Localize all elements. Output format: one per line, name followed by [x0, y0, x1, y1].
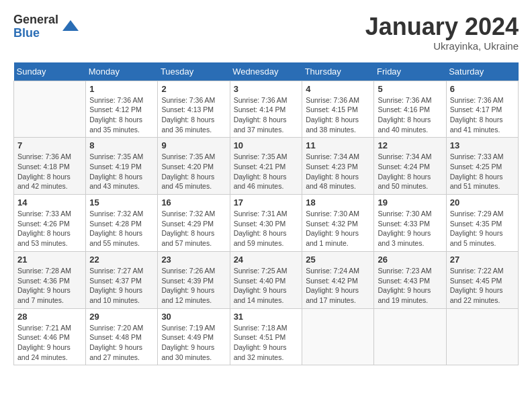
calendar-cell: 23Sunrise: 7:26 AMSunset: 4:39 PMDayligh… — [158, 251, 230, 308]
day-number: 8 — [89, 140, 154, 150]
calendar-cell: 7Sunrise: 7:36 AMSunset: 4:18 PMDaylight… — [14, 138, 86, 195]
calendar-cell: 2Sunrise: 7:36 AMSunset: 4:13 PMDaylight… — [158, 81, 230, 138]
day-detail: Sunrise: 7:27 AMSunset: 4:37 PMDaylight:… — [89, 266, 154, 306]
day-detail: Sunrise: 7:30 AMSunset: 4:33 PMDaylight:… — [378, 209, 442, 248]
day-detail: Sunrise: 7:32 AMSunset: 4:28 PMDaylight:… — [89, 209, 154, 248]
day-number: 16 — [161, 197, 226, 208]
day-number: 12 — [378, 140, 442, 150]
calendar-cell: 31Sunrise: 7:18 AMSunset: 4:51 PMDayligh… — [230, 308, 302, 365]
weekday-header-tuesday: Tuesday — [158, 62, 230, 81]
calendar-cell: 26Sunrise: 7:23 AMSunset: 4:43 PMDayligh… — [374, 251, 446, 308]
location-subtitle: Ukrayinka, Ukraine — [365, 40, 519, 52]
calendar-cell: 29Sunrise: 7:20 AMSunset: 4:48 PMDayligh… — [86, 308, 158, 365]
calendar-cell: 30Sunrise: 7:19 AMSunset: 4:49 PMDayligh… — [158, 308, 230, 365]
weekday-header-wednesday: Wednesday — [230, 62, 302, 81]
day-detail: Sunrise: 7:30 AMSunset: 4:32 PMDaylight:… — [306, 209, 370, 248]
logo-blue: Blue — [13, 27, 58, 40]
calendar-cell: 1Sunrise: 7:36 AMSunset: 4:12 PMDaylight… — [86, 81, 158, 138]
weekday-header-thursday: Thursday — [302, 62, 374, 81]
calendar-cell: 11Sunrise: 7:34 AMSunset: 4:23 PMDayligh… — [302, 138, 374, 195]
calendar-cell: 4Sunrise: 7:36 AMSunset: 4:15 PMDaylight… — [302, 81, 374, 138]
calendar-cell — [374, 308, 446, 365]
month-title: January 2024 — [365, 13, 519, 40]
day-detail: Sunrise: 7:23 AMSunset: 4:43 PMDaylight:… — [378, 266, 442, 306]
day-detail: Sunrise: 7:25 AMSunset: 4:40 PMDaylight:… — [234, 266, 299, 306]
day-detail: Sunrise: 7:19 AMSunset: 4:49 PMDaylight:… — [161, 323, 226, 363]
logo: General Blue — [13, 13, 80, 40]
weekday-header-row: SundayMondayTuesdayWednesdayThursdayFrid… — [14, 62, 519, 81]
svg-marker-0 — [62, 20, 79, 31]
logo-general: General — [13, 13, 58, 27]
calendar-cell: 20Sunrise: 7:29 AMSunset: 4:35 PMDayligh… — [446, 195, 518, 252]
day-number: 13 — [450, 140, 515, 150]
weekday-header-sunday: Sunday — [14, 62, 86, 81]
calendar-cell: 24Sunrise: 7:25 AMSunset: 4:40 PMDayligh… — [230, 251, 302, 308]
calendar-cell: 6Sunrise: 7:36 AMSunset: 4:17 PMDaylight… — [446, 81, 518, 138]
day-detail: Sunrise: 7:31 AMSunset: 4:30 PMDaylight:… — [234, 209, 299, 248]
calendar-cell: 13Sunrise: 7:33 AMSunset: 4:25 PMDayligh… — [446, 138, 518, 195]
day-number: 30 — [161, 312, 226, 322]
calendar-cell: 27Sunrise: 7:22 AMSunset: 4:45 PMDayligh… — [446, 251, 518, 308]
calendar-cell: 25Sunrise: 7:24 AMSunset: 4:42 PMDayligh… — [302, 251, 374, 308]
calendar-cell: 14Sunrise: 7:33 AMSunset: 4:26 PMDayligh… — [14, 195, 86, 252]
calendar-week-row: 1Sunrise: 7:36 AMSunset: 4:12 PMDaylight… — [14, 81, 519, 138]
day-number: 28 — [17, 312, 82, 322]
day-detail: Sunrise: 7:36 AMSunset: 4:12 PMDaylight:… — [89, 95, 154, 135]
day-number: 22 — [89, 255, 154, 265]
day-number: 31 — [234, 312, 299, 322]
calendar-cell: 8Sunrise: 7:35 AMSunset: 4:19 PMDaylight… — [86, 138, 158, 195]
day-detail: Sunrise: 7:22 AMSunset: 4:45 PMDaylight:… — [450, 266, 515, 306]
day-detail: Sunrise: 7:34 AMSunset: 4:24 PMDaylight:… — [378, 152, 442, 191]
page-header: General Blue January 2024 Ukrayinka, Ukr… — [13, 13, 519, 52]
calendar-cell: 21Sunrise: 7:28 AMSunset: 4:36 PMDayligh… — [14, 251, 86, 308]
day-detail: Sunrise: 7:33 AMSunset: 4:26 PMDaylight:… — [17, 209, 82, 248]
day-detail: Sunrise: 7:34 AMSunset: 4:23 PMDaylight:… — [306, 152, 370, 191]
calendar-cell: 22Sunrise: 7:27 AMSunset: 4:37 PMDayligh… — [86, 251, 158, 308]
title-block: January 2024 Ukrayinka, Ukraine — [365, 13, 519, 52]
day-detail: Sunrise: 7:36 AMSunset: 4:14 PMDaylight:… — [234, 95, 299, 135]
weekday-header-saturday: Saturday — [446, 62, 518, 81]
calendar-cell: 19Sunrise: 7:30 AMSunset: 4:33 PMDayligh… — [374, 195, 446, 252]
day-number: 4 — [306, 84, 370, 94]
day-detail: Sunrise: 7:26 AMSunset: 4:39 PMDaylight:… — [161, 266, 226, 306]
calendar-cell: 9Sunrise: 7:35 AMSunset: 4:20 PMDaylight… — [158, 138, 230, 195]
day-detail: Sunrise: 7:35 AMSunset: 4:19 PMDaylight:… — [89, 152, 154, 191]
calendar-cell: 3Sunrise: 7:36 AMSunset: 4:14 PMDaylight… — [230, 81, 302, 138]
day-number: 21 — [17, 255, 82, 265]
calendar-week-row: 21Sunrise: 7:28 AMSunset: 4:36 PMDayligh… — [14, 251, 519, 308]
calendar-table: SundayMondayTuesdayWednesdayThursdayFrid… — [13, 62, 519, 366]
day-number: 20 — [450, 197, 515, 208]
calendar-cell: 16Sunrise: 7:32 AMSunset: 4:29 PMDayligh… — [158, 195, 230, 252]
day-number: 25 — [306, 255, 370, 265]
day-detail: Sunrise: 7:29 AMSunset: 4:35 PMDaylight:… — [450, 209, 515, 248]
day-detail: Sunrise: 7:32 AMSunset: 4:29 PMDaylight:… — [161, 209, 226, 248]
day-number: 18 — [306, 197, 370, 208]
day-detail: Sunrise: 7:36 AMSunset: 4:17 PMDaylight:… — [450, 95, 515, 135]
calendar-cell: 5Sunrise: 7:36 AMSunset: 4:16 PMDaylight… — [374, 81, 446, 138]
calendar-cell: 18Sunrise: 7:30 AMSunset: 4:32 PMDayligh… — [302, 195, 374, 252]
calendar-cell: 17Sunrise: 7:31 AMSunset: 4:30 PMDayligh… — [230, 195, 302, 252]
calendar-cell — [14, 81, 86, 138]
day-number: 29 — [89, 312, 154, 322]
day-number: 19 — [378, 197, 442, 208]
day-detail: Sunrise: 7:36 AMSunset: 4:15 PMDaylight:… — [306, 95, 370, 135]
calendar-cell: 12Sunrise: 7:34 AMSunset: 4:24 PMDayligh… — [374, 138, 446, 195]
logo-icon — [61, 17, 80, 36]
day-number: 24 — [234, 255, 299, 265]
day-detail: Sunrise: 7:36 AMSunset: 4:13 PMDaylight:… — [161, 95, 226, 135]
day-detail: Sunrise: 7:18 AMSunset: 4:51 PMDaylight:… — [234, 323, 299, 363]
day-number: 11 — [306, 140, 370, 150]
day-number: 9 — [161, 140, 226, 150]
day-detail: Sunrise: 7:21 AMSunset: 4:46 PMDaylight:… — [17, 323, 82, 363]
day-number: 15 — [89, 197, 154, 208]
day-number: 2 — [161, 84, 226, 94]
calendar-cell: 15Sunrise: 7:32 AMSunset: 4:28 PMDayligh… — [86, 195, 158, 252]
weekday-header-friday: Friday — [374, 62, 446, 81]
day-detail: Sunrise: 7:36 AMSunset: 4:18 PMDaylight:… — [17, 152, 82, 191]
day-number: 23 — [161, 255, 226, 265]
day-number: 7 — [17, 140, 82, 150]
day-detail: Sunrise: 7:20 AMSunset: 4:48 PMDaylight:… — [89, 323, 154, 363]
day-number: 26 — [378, 255, 442, 265]
day-number: 1 — [89, 84, 154, 94]
weekday-header-monday: Monday — [86, 62, 158, 81]
